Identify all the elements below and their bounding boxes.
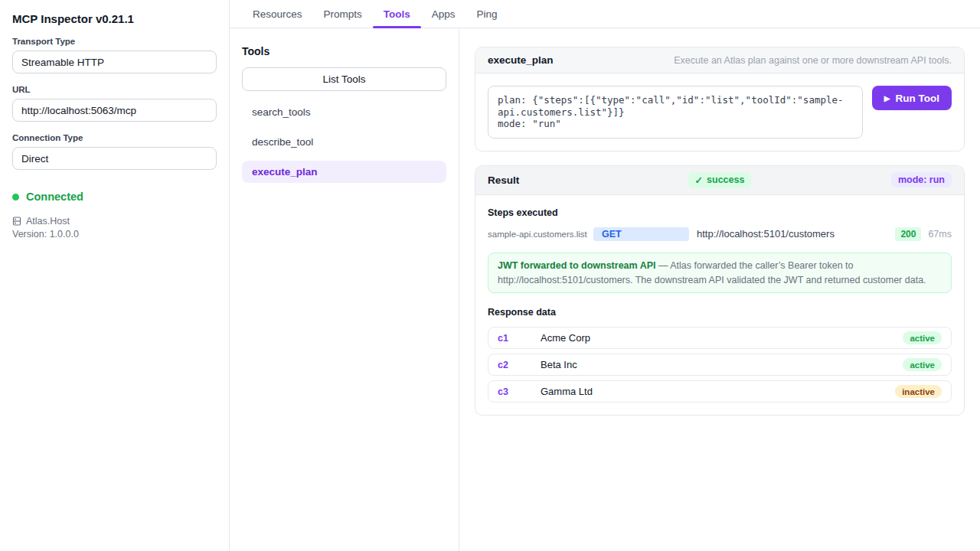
success-badge: ✓ success (688, 172, 752, 188)
mode-badge: mode: run (891, 172, 952, 187)
transport-type-input[interactable] (12, 51, 217, 73)
status-badge: active (903, 358, 942, 371)
tool-card-body: plan: {"steps":[{"type":"call","id":"lis… (475, 73, 964, 151)
server-icon (12, 217, 21, 226)
row-id: c1 (498, 333, 541, 344)
status-badge: inactive (895, 385, 942, 398)
result-header-spacer: mode: run (751, 172, 952, 187)
row-name: Gamma Ltd (541, 386, 895, 397)
response-data-heading: Response data (488, 307, 952, 318)
tab-resources[interactable]: Resources (242, 0, 313, 28)
tool-item-describe-tool[interactable]: describe_tool (242, 131, 446, 153)
tools-heading: Tools (242, 45, 446, 57)
server-version: Version: 1.0.0.0 (12, 229, 217, 240)
url-label: URL (12, 85, 217, 94)
response-rows: c1 Acme Corp active c2 Beta Inc active c… (488, 327, 952, 403)
tool-item-search-tools[interactable]: search_tools (242, 101, 446, 123)
row-name: Beta Inc (541, 359, 903, 370)
table-row: c3 Gamma Ltd inactive (488, 380, 952, 403)
main-area: Resources Prompts Tools Apps Ping Tools … (230, 0, 980, 551)
sidebar: MCP Inspector v0.21.1 Transport Type URL… (0, 0, 230, 551)
detail-panel: execute_plan Execute an Atlas plan again… (459, 28, 980, 551)
play-icon: ▶ (884, 94, 890, 103)
step-row: sample-api.customers.list GET http://loc… (488, 227, 952, 241)
run-tool-button[interactable]: ▶ Run Tool (872, 86, 952, 110)
tool-card-title: execute_plan (488, 54, 554, 66)
connection-type-input[interactable] (12, 147, 217, 170)
connected-dot-icon (12, 194, 19, 201)
table-row: c1 Acme Corp active (488, 327, 952, 349)
run-tool-label: Run Tool (896, 93, 939, 104)
status-badge: active (903, 331, 942, 344)
app-window: MCP Inspector v0.21.1 Transport Type URL… (0, 0, 980, 551)
tool-card: execute_plan Execute an Atlas plan again… (475, 47, 965, 152)
steps-executed-heading: Steps executed (488, 207, 952, 218)
http-method-badge: GET (593, 227, 689, 241)
step-duration: 67ms (928, 229, 952, 240)
server-name: Atlas.Host (26, 216, 70, 227)
jwt-note: JWT forwarded to downstream API — Atlas … (488, 253, 952, 294)
table-row: c2 Beta Inc active (488, 354, 952, 376)
connection-type-label: Connection Type (12, 133, 217, 142)
result-body: Steps executed sample-api.customers.list… (475, 195, 964, 416)
row-id: c2 (498, 360, 541, 370)
connection-status-text: Connected (26, 191, 83, 203)
tools-panel: Tools List Tools search_tools describe_t… (230, 28, 459, 551)
step-url: http://localhost:5101/customers (697, 228, 835, 240)
result-title: Result (488, 174, 688, 186)
tab-ping[interactable]: Ping (466, 0, 508, 28)
server-info: Atlas.Host (12, 216, 217, 227)
tab-apps[interactable]: Apps (421, 0, 466, 28)
top-nav: Resources Prompts Tools Apps Ping (230, 0, 980, 28)
status-code-badge: 200 (895, 227, 921, 241)
result-card: Result ✓ success mode: run Steps execute… (475, 165, 965, 416)
tool-params-code[interactable]: plan: {"steps":[{"type":"call","id":"lis… (488, 86, 863, 139)
content: Tools List Tools search_tools describe_t… (230, 28, 980, 551)
list-tools-button[interactable]: List Tools (242, 67, 446, 91)
row-id: c3 (498, 386, 541, 397)
tool-card-header: execute_plan Execute an Atlas plan again… (475, 47, 964, 73)
app-title: MCP Inspector v0.21.1 (12, 12, 217, 25)
transport-type-label: Transport Type (12, 37, 217, 46)
success-badge-label: success (707, 174, 744, 185)
tool-item-execute-plan[interactable]: execute_plan (242, 161, 446, 183)
step-tool-id: sample-api.customers.list (488, 229, 593, 240)
result-header: Result ✓ success mode: run (475, 166, 964, 195)
connection-status: Connected (12, 191, 217, 203)
tab-prompts[interactable]: Prompts (313, 0, 373, 28)
check-icon: ✓ (695, 174, 703, 186)
tool-card-description: Execute an Atlas plan against one or mor… (674, 55, 952, 66)
row-name: Acme Corp (541, 332, 903, 344)
tool-list: search_tools describe_tool execute_plan (242, 101, 446, 183)
url-input[interactable] (12, 99, 217, 122)
tab-tools[interactable]: Tools (373, 0, 421, 28)
jwt-note-title: JWT forwarded to downstream API (498, 260, 656, 271)
